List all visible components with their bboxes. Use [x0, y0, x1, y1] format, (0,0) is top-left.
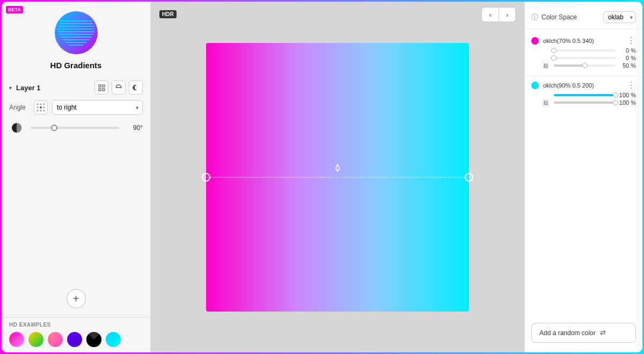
- slider-thumb: [613, 92, 618, 98]
- canvas-prev-button[interactable]: ‹: [481, 7, 499, 22]
- slider-thumb: [613, 100, 618, 105]
- add-section: +: [2, 144, 150, 317]
- color-stop-2-dot: [531, 82, 539, 89]
- canvas-next-button[interactable]: ›: [499, 7, 516, 22]
- logo-line: [57, 28, 95, 30]
- color-stop-1-dot: [531, 37, 539, 45]
- svg-rect-1: [103, 85, 105, 87]
- layer-half-circle-icon-btn[interactable]: [112, 81, 126, 95]
- color-stop-2-label[interactable]: oklch(90% 0.5 200): [543, 82, 623, 89]
- stop-separator: [525, 75, 642, 76]
- app-logo: [55, 11, 98, 54]
- angle-dot-grid[interactable]: [34, 100, 48, 114]
- add-random-color-button[interactable]: Add a random color ⇄: [531, 323, 636, 343]
- color-stop-1-label[interactable]: oklch(70% 0.5 340): [543, 38, 623, 44]
- pie-icon: [11, 122, 23, 134]
- slider-thumb: [551, 48, 557, 53]
- color-stop-1-header: oklch(70% 0.5 340) ⋮: [531, 37, 636, 45]
- logo-line: [58, 31, 94, 32]
- midpoint-icon: [332, 163, 343, 175]
- color-stop-1-slider-3[interactable]: [554, 64, 616, 67]
- beta-badge: BETA: [6, 6, 23, 13]
- sidebar: BETA HD: [2, 2, 151, 352]
- direction-select[interactable]: to right to left to top to bottom: [52, 100, 143, 115]
- color-stop-1-slider-2-row: 0 %: [531, 55, 636, 61]
- dot: [36, 106, 39, 109]
- layer-section: ▾ Layer 1: [2, 75, 150, 144]
- layer-header: ▾ Layer 1: [9, 81, 143, 95]
- slider-fill: [554, 102, 616, 104]
- angle-slider[interactable]: [31, 127, 119, 129]
- slider-fill: [554, 64, 585, 67]
- color-stop-2-slider-2[interactable]: [554, 102, 616, 104]
- layer-moon-icon-btn[interactable]: [129, 81, 143, 95]
- logo-line: [69, 45, 84, 46]
- color-stop-1-slider-1-row: 0 %: [531, 47, 636, 54]
- slider-thumb: [582, 63, 588, 68]
- example-swatch-1[interactable]: [9, 332, 24, 347]
- slider-thumb: [551, 55, 557, 61]
- color-stop-2-value-2: 100 %: [619, 99, 636, 106]
- logo-line: [58, 26, 94, 27]
- gradient-stop-right[interactable]: [465, 173, 473, 182]
- svg-point-6: [337, 170, 339, 171]
- logo-line: [59, 34, 93, 35]
- example-swatch-6[interactable]: [106, 332, 121, 347]
- color-stop-2-value-1: 100 %: [619, 92, 636, 98]
- info-icon: ⓘ: [531, 12, 538, 22]
- logo-line: [59, 23, 93, 24]
- chain-link-icon-2: ⛓: [543, 100, 551, 106]
- example-swatch-5[interactable]: [86, 332, 101, 347]
- color-stop-1-slider-2[interactable]: [554, 57, 616, 59]
- layer-collapse-icon[interactable]: ▾: [9, 85, 12, 91]
- app-title: HD Gradients: [50, 61, 102, 70]
- logo-lines: [55, 11, 98, 54]
- example-swatch-4[interactable]: [67, 332, 82, 347]
- canvas-nav-arrows: ‹ ›: [481, 7, 516, 22]
- direction-select-wrapper: to right to left to top to bottom ▾: [52, 100, 143, 115]
- logo-line: [60, 20, 92, 21]
- color-stop-1-more-button[interactable]: ⋮: [627, 37, 636, 45]
- color-stop-2-slider-2-row: ⛓ 100 %: [531, 99, 636, 106]
- color-stop-1: oklch(70% 0.5 340) ⋮ 0 %: [525, 33, 642, 73]
- dot: [40, 106, 42, 109]
- layer-grid-icon-btn[interactable]: [94, 81, 108, 95]
- color-stop-1-slider-3-row: ⛓ 50 %: [531, 62, 636, 69]
- hdr-badge: HDR: [159, 10, 177, 18]
- example-swatch-3[interactable]: [48, 332, 63, 347]
- example-swatch-2[interactable]: [28, 332, 43, 347]
- dot: [43, 106, 45, 109]
- midpoint-handle[interactable]: [332, 163, 343, 177]
- gradient-preview: [206, 43, 469, 312]
- color-stop-1-value-2: 0 %: [619, 55, 636, 61]
- dot: [36, 110, 39, 112]
- layer-title: Layer 1: [16, 84, 91, 92]
- color-space-select-wrapper: oklab oklch hsl srgb ▾: [603, 11, 636, 23]
- spacer: [525, 110, 642, 314]
- add-random-label: Add a random color: [539, 329, 596, 337]
- color-space-select[interactable]: oklab oklch hsl srgb: [603, 11, 636, 23]
- gradient-stop-left[interactable]: [202, 173, 210, 182]
- hd-examples-section: HD EXAMPLES: [2, 317, 150, 352]
- logo-line: [63, 39, 90, 40]
- slider-fill-cyan: [554, 94, 616, 96]
- dot: [36, 103, 39, 105]
- angle-slider-row: 90°: [9, 120, 143, 135]
- angle-pie-icon: [9, 120, 24, 135]
- color-stop-1-slider-1[interactable]: [554, 49, 616, 52]
- add-layer-button[interactable]: +: [67, 289, 86, 308]
- angle-value: 90°: [126, 124, 143, 132]
- color-stop-1-value-3: 50 %: [619, 62, 636, 69]
- dot: [40, 110, 42, 112]
- color-stop-2-header: oklch(90% 0.5 200) ⋮: [531, 81, 636, 90]
- logo-line: [61, 37, 92, 38]
- grid-icon: [98, 84, 105, 91]
- color-stop-2-more-button[interactable]: ⋮: [627, 81, 636, 90]
- angle-row: Angle to right: [9, 100, 143, 115]
- svg-rect-2: [99, 89, 101, 91]
- svg-rect-3: [103, 89, 105, 91]
- color-stop-2-slider-1[interactable]: [554, 94, 616, 96]
- chain-link-icon: ⛓: [543, 63, 551, 69]
- color-stop-1-value-1: 0 %: [619, 47, 636, 54]
- right-panel: ⓘ Color Space oklab oklch hsl srgb ▾ okl…: [524, 2, 642, 352]
